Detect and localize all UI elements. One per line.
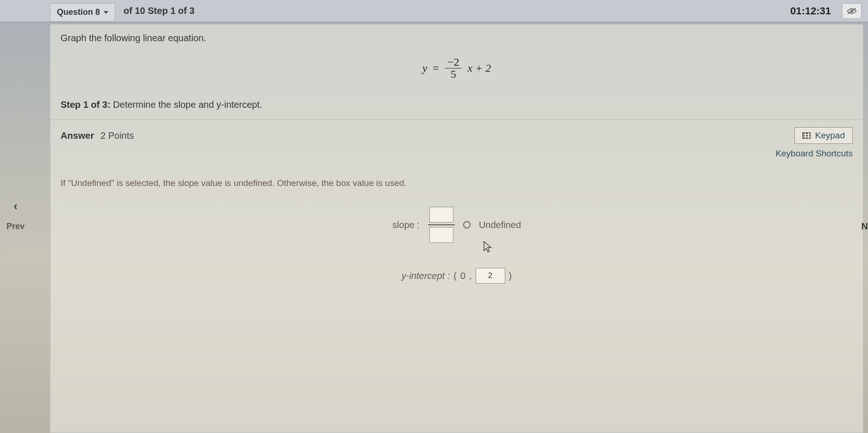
header-bar: Question 8 of 10 Step 1 of 3 01:12:31 xyxy=(0,0,868,22)
keypad-label: Keypad xyxy=(815,130,845,141)
paren-close: ) xyxy=(509,271,512,281)
chevron-down-icon xyxy=(104,11,108,14)
question-selector[interactable]: Question 8 xyxy=(50,3,115,22)
y-intercept-row: y-intercept : ( 0 , ) xyxy=(50,247,863,288)
equation-display: y = −2 5 x + 2 xyxy=(50,48,863,96)
step-text: Determine the slope and y-intercept. xyxy=(113,99,262,110)
next-nav[interactable]: N xyxy=(862,221,868,232)
step-info: of 10 Step 1 of 3 xyxy=(124,6,194,16)
answer-label: Answer xyxy=(61,130,94,141)
slope-numerator-input[interactable] xyxy=(429,207,453,223)
equation-suffix: x + 2 xyxy=(467,62,491,74)
slope-row: slope : Undefined xyxy=(50,193,863,247)
svg-line-1 xyxy=(848,8,856,13)
y-intercept-x: 0 xyxy=(460,271,465,281)
slope-label: slope : xyxy=(392,220,420,230)
answer-hint: If "Undefined" is selected, the slope va… xyxy=(50,159,863,193)
timer: 01:12:31 xyxy=(790,5,831,17)
slope-denominator-input[interactable] xyxy=(429,227,453,243)
chevron-left-icon: ‹ xyxy=(6,199,25,213)
comma: , xyxy=(469,271,472,281)
next-label: N xyxy=(862,221,868,231)
step-label: Step 1 of 3: xyxy=(61,99,111,110)
question-label: Question 8 xyxy=(57,7,100,17)
keyboard-shortcuts-link[interactable]: Keyboard Shortcuts xyxy=(50,147,863,159)
paren-open: ( xyxy=(453,271,457,281)
y-intercept-y-input[interactable] xyxy=(476,268,505,284)
answer-points: 2 Points xyxy=(100,130,134,141)
question-prompt: Graph the following linear equation. xyxy=(50,25,863,48)
undefined-label: Undefined xyxy=(479,220,521,230)
equation-lhs: y xyxy=(422,62,428,74)
fraction-bar xyxy=(428,224,455,225)
keypad-icon xyxy=(802,132,811,139)
visibility-toggle[interactable] xyxy=(842,3,862,19)
answer-header: Answer 2 Points Keypad xyxy=(50,120,863,147)
keypad-button[interactable]: Keypad xyxy=(794,127,853,144)
y-intercept-label: y-intercept : xyxy=(402,271,450,281)
step-instruction: Step 1 of 3: Determine the slope and y-i… xyxy=(50,96,863,120)
undefined-radio[interactable] xyxy=(463,221,471,229)
eye-slash-icon xyxy=(847,8,857,14)
prev-label: Prev xyxy=(6,222,25,231)
slope-fraction xyxy=(428,207,455,243)
question-panel: Graph the following linear equation. y =… xyxy=(50,24,863,433)
equation-equals: = xyxy=(433,62,439,74)
equation-fraction: −2 5 xyxy=(445,56,462,80)
cursor-icon xyxy=(483,241,492,253)
equation-denominator: 5 xyxy=(448,68,459,80)
prev-nav[interactable]: ‹ Prev xyxy=(6,199,25,231)
equation-numerator: −2 xyxy=(445,56,462,68)
